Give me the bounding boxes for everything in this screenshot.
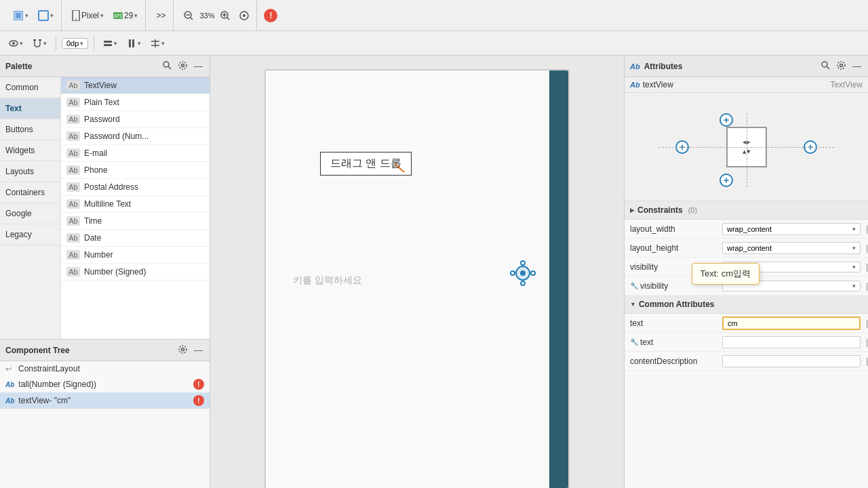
view-name: textView — [643, 80, 831, 89]
attr-minimize-btn[interactable]: — — [851, 60, 863, 73]
numbersigned-label: Number (Signed) — [84, 267, 146, 277]
second-toolbar: ▾ ▾ 0dp ▾ ▾ ▾ ▾ — [0, 31, 868, 56]
numbersigned-icon: Ab — [66, 267, 80, 277]
svg-text:API: API — [114, 14, 123, 19]
layout-height-value[interactable]: wrap_content ▾ — [719, 241, 863, 256]
attributes-title: Attributes — [644, 62, 816, 71]
text-input[interactable] — [722, 317, 861, 330]
device-frame: 드래그 앤 드롭 키를 입력하세요 — [264, 69, 570, 488]
password-icon: Ab — [66, 115, 80, 124]
api-selector[interactable]: API 29 ▾ — [110, 9, 141, 22]
zoom-out-btn[interactable] — [180, 9, 197, 22]
phone-label: Phone — [84, 165, 108, 175]
svg-line-13 — [227, 18, 229, 20]
magnet-btn[interactable]: ▾ — [29, 37, 50, 50]
attr-settings-btn[interactable] — [835, 60, 847, 73]
svg-rect-21 — [104, 44, 112, 46]
palette-settings-btn[interactable] — [177, 60, 189, 73]
palette-item-multiline[interactable]: Ab Multiline Text — [61, 196, 210, 213]
text2-value[interactable] — [719, 335, 863, 350]
palette-item-plaintext[interactable]: Ab Plain Text — [61, 94, 210, 111]
right-strip — [549, 70, 568, 488]
plaintext-label: Plain Text — [84, 98, 119, 107]
top-toolbar: ▾ ▾ Pixel ▾ API 29 ▾ >> 33% — [0, 0, 868, 31]
layout-height-label: layout_height — [625, 241, 719, 256]
palette-search-btn[interactable] — [161, 60, 173, 73]
align-vertical-btn[interactable]: ▾ — [123, 37, 144, 50]
time-icon: Ab — [66, 216, 80, 226]
svg-point-38 — [837, 62, 845, 69]
tree-item-textview[interactable]: Ab textView- "cm" ! — [0, 392, 210, 409]
margin-input[interactable]: 0dp ▾ — [62, 38, 88, 49]
palette-item-phone[interactable]: Ab Phone — [61, 162, 210, 179]
warning-badge[interactable]: ! — [264, 9, 277, 22]
palette-minimize-btn[interactable]: — — [193, 60, 204, 73]
palette-body: Common Text Buttons Widgets Layouts Cont… — [0, 77, 210, 339]
constraint-plus-top[interactable]: + — [719, 113, 733, 127]
content-desc-input[interactable] — [722, 355, 861, 367]
constraint-handles[interactable] — [510, 260, 537, 287]
align-horizontal-btn[interactable]: ▾ — [100, 37, 121, 50]
constraint-v-line — [747, 113, 747, 187]
plaintext-icon: Ab — [66, 98, 80, 107]
constraint-diagram: + + + + ◂▸ ▴▾ — [625, 93, 868, 201]
text-value[interactable] — [719, 315, 863, 331]
category-containers[interactable]: Containers — [0, 182, 60, 203]
palette-item-textview[interactable]: Ab TextView — [61, 77, 210, 94]
svg-point-29 — [182, 64, 184, 66]
attr-search-btn[interactable] — [820, 60, 831, 73]
passwordnum-label: Password (Num... — [84, 131, 149, 141]
palette-item-postal[interactable]: Ab Postal Address — [61, 179, 210, 196]
device-selector[interactable]: Pixel ▾ — [68, 8, 107, 23]
category-legacy[interactable]: Legacy — [0, 224, 60, 245]
palette-item-number[interactable]: Ab Number — [61, 247, 210, 264]
common-attributes-section-header[interactable]: ▼ Common Attributes — [625, 296, 868, 314]
tall-ab-icon: Ab — [5, 381, 14, 388]
layout-width-dropdown[interactable]: wrap_content ▾ — [722, 223, 861, 235]
tree-item-constraintlayout[interactable]: ↩ ConstraintLayout — [0, 361, 210, 376]
attr-row-layout-height: layout_height wrap_content ▾ | — [625, 239, 868, 258]
palette-item-email[interactable]: Ab E-mail — [61, 145, 210, 162]
distribute-btn[interactable]: ▾ — [147, 37, 168, 50]
palette-item-passwordnum[interactable]: Ab Password (Num... — [61, 128, 210, 145]
text-label: text — [625, 316, 719, 331]
date-icon: Ab — [66, 233, 80, 243]
tree-item-tall[interactable]: Ab tall(Number (Signed)) ! — [0, 376, 210, 392]
category-common[interactable]: Common — [0, 77, 60, 98]
content-desc-value[interactable] — [719, 354, 863, 369]
category-widgets[interactable]: Widgets — [0, 140, 60, 161]
component-tree-header: Component Tree — — [0, 340, 210, 361]
palette-item-time[interactable]: Ab Time — [61, 213, 210, 230]
category-google[interactable]: Google — [0, 203, 60, 224]
left-panel: Palette — Common Text Buttons Widgets La… — [0, 56, 210, 488]
fit-screen-btn[interactable] — [236, 9, 252, 22]
layout-height-dropdown[interactable]: wrap_content ▾ — [722, 242, 861, 254]
warning-group: ! — [260, 0, 281, 30]
constraint-plus-bottom[interactable]: + — [719, 174, 733, 187]
tree-settings-btn[interactable] — [177, 344, 189, 357]
number-icon: Ab — [66, 250, 80, 260]
common-attr-chevron: ▼ — [630, 301, 636, 308]
svg-point-27 — [163, 62, 169, 67]
svg-point-31 — [182, 348, 184, 350]
blueprint-btn[interactable]: ▾ — [35, 8, 57, 23]
category-buttons[interactable]: Buttons — [0, 119, 60, 140]
text2-input[interactable] — [722, 336, 861, 348]
constraints-section-header[interactable]: ▶ Constraints (0) — [625, 201, 868, 220]
textview-label: TextView — [84, 81, 117, 90]
design-btn[interactable]: ▾ — [9, 8, 32, 23]
textview-icon: Ab — [66, 81, 80, 90]
palette-item-numbersigned[interactable]: Ab Number (Signed) — [61, 264, 210, 281]
layout-width-value[interactable]: wrap_content ▾ — [719, 222, 863, 237]
category-text[interactable]: Text — [0, 98, 60, 119]
tree-minimize-btn[interactable]: — — [193, 344, 204, 357]
palette-item-password[interactable]: Ab Password — [61, 111, 210, 128]
textview-error-badge: ! — [193, 395, 204, 406]
right-panel: Ab Attributes — Ab textView TextView + +… — [624, 56, 868, 488]
wrench-icon: 🔧 — [630, 282, 638, 289]
eye-btn[interactable]: ▾ — [5, 38, 26, 49]
zoom-in-btn[interactable] — [217, 9, 233, 22]
extras-btn[interactable]: >> — [153, 9, 169, 22]
category-layouts[interactable]: Layouts — [0, 161, 60, 182]
palette-item-date[interactable]: Ab Date — [61, 230, 210, 247]
